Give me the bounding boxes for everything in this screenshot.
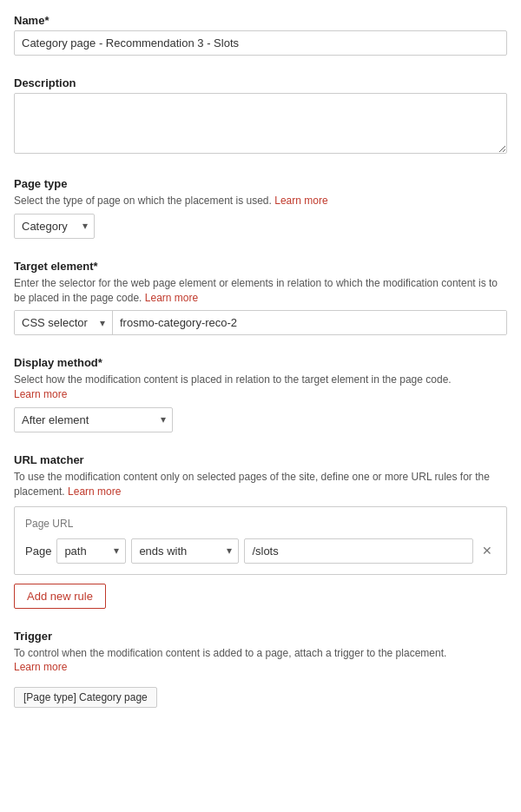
path-select-wrapper: path host query hash bbox=[56, 538, 126, 564]
url-matcher-sublabel: To use the modification content only on … bbox=[14, 470, 507, 499]
remove-rule-button[interactable]: ✕ bbox=[478, 543, 496, 558]
trigger-learn-more[interactable]: Learn more bbox=[14, 661, 67, 673]
page-type-label: Page type bbox=[14, 177, 507, 190]
target-element-input[interactable] bbox=[113, 311, 506, 334]
target-element-label: Target element* bbox=[14, 260, 507, 273]
display-method-section: Display method* Select how the modificat… bbox=[14, 356, 507, 432]
add-rule-button[interactable]: Add new rule bbox=[14, 584, 106, 609]
description-section: Description bbox=[14, 76, 507, 156]
page-url-label: Page URL bbox=[25, 518, 496, 530]
condition-select[interactable]: ends with starts with contains equals ma… bbox=[131, 538, 239, 564]
trigger-section: Trigger To control when the modification… bbox=[14, 630, 507, 709]
target-element-learn-more[interactable]: Learn more bbox=[145, 292, 198, 304]
display-method-label: Display method* bbox=[14, 356, 507, 369]
url-value-input[interactable] bbox=[244, 538, 473, 564]
url-matcher-box: Page URL Page path host query hash ends … bbox=[14, 506, 507, 575]
page-type-section: Page type Select the type of page on whi… bbox=[14, 177, 507, 239]
page-type-sublabel: Select the type of page on which the pla… bbox=[14, 194, 507, 208]
url-matcher-learn-more[interactable]: Learn more bbox=[68, 485, 121, 498]
path-select[interactable]: path host query hash bbox=[56, 538, 126, 564]
trigger-badge: [Page type] Category page bbox=[14, 687, 157, 708]
url-rule-row: Page path host query hash ends with star… bbox=[25, 538, 496, 564]
page-label: Page bbox=[25, 545, 51, 558]
url-matcher-section: URL matcher To use the modification cont… bbox=[14, 453, 507, 609]
selector-type-select[interactable]: CSS selector XPath ID bbox=[15, 311, 112, 334]
page-type-select-wrapper: Category Home Product Cart Checkout Othe… bbox=[14, 214, 95, 239]
url-matcher-label: URL matcher bbox=[14, 453, 507, 466]
trigger-label: Trigger bbox=[14, 630, 507, 643]
name-section: Name* bbox=[14, 14, 507, 56]
target-element-sublabel: Enter the selector for the web page elem… bbox=[14, 276, 507, 306]
trigger-sublabel: To control when the modification content… bbox=[14, 646, 507, 676]
description-input[interactable] bbox=[14, 93, 507, 154]
name-input[interactable] bbox=[14, 30, 507, 56]
condition-select-wrapper: ends with starts with contains equals ma… bbox=[131, 538, 239, 564]
display-method-select[interactable]: After element Before element Replace ele… bbox=[14, 407, 173, 432]
page-type-select[interactable]: Category Home Product Cart Checkout Othe… bbox=[14, 214, 95, 239]
target-element-section: Target element* Enter the selector for t… bbox=[14, 260, 507, 336]
target-element-row: CSS selector XPath ID bbox=[14, 310, 507, 335]
page-type-learn-more[interactable]: Learn more bbox=[274, 195, 327, 207]
selector-type-wrapper: CSS selector XPath ID bbox=[15, 311, 113, 334]
display-method-select-wrapper: After element Before element Replace ele… bbox=[14, 407, 173, 432]
display-method-learn-more[interactable]: Learn more bbox=[14, 388, 67, 400]
description-label: Description bbox=[14, 76, 507, 89]
display-method-sublabel: Select how the modification content is p… bbox=[14, 373, 507, 402]
name-label: Name* bbox=[14, 14, 507, 27]
